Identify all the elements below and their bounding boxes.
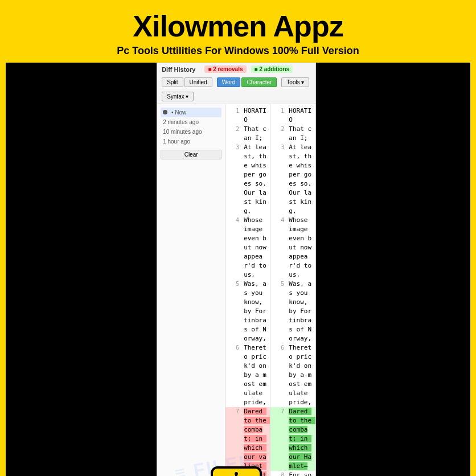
line-content: Was, as you know, by Fortinbras of Norwa… [289, 280, 313, 343]
right-diff-panel: 1HORATIO2That can I;3At least, the whisp… [270, 104, 315, 476]
table-row: 7Dared to the combat; in which our valia… [225, 407, 270, 476]
unified-button[interactable]: Unified [184, 77, 212, 87]
table-row: 3At least, the whisper goes so. Our last… [225, 143, 270, 216]
line-number: 8 [273, 471, 284, 476]
best-promo-badge: BEST PROMO [6, 63, 157, 476]
diff-container: • Now 2 minutes ago 10 minutes ago 1 hou… [157, 104, 315, 476]
line-number: 1 [228, 106, 239, 125]
line-content: HORATIO [289, 106, 313, 125]
line-content: At least, the whisper goes so. Our last … [244, 143, 268, 216]
line-number: 7 [228, 407, 239, 476]
line-content: That can I; [244, 125, 268, 143]
table-row: 2That can I; [225, 125, 270, 143]
history-item-1-text: 2 minutes ago [163, 119, 199, 125]
table-row: 1HORATIO [225, 106, 270, 125]
app-title: Xilowmen Appz [11, 10, 465, 43]
split-button[interactable]: Split [162, 77, 183, 87]
line-number: 6 [228, 343, 239, 407]
line-number: 4 [228, 216, 239, 280]
history-now[interactable]: • Now [161, 108, 221, 117]
middle-row: BEST PROMO ≡ FILEH XILOWMEN Diff History… [0, 63, 476, 476]
best-seller-badge: BEST SELLER [316, 63, 470, 476]
line-number: 3 [273, 143, 284, 216]
removal-count: 2 removals [213, 66, 243, 72]
word-button[interactable]: Word [217, 77, 241, 87]
table-row: 5Was, as you know, by Fortinbras of Norw… [225, 280, 270, 343]
syntax-button[interactable]: Syntax ▾ [162, 92, 194, 101]
character-button[interactable]: Character [241, 77, 277, 87]
header: Xilowmen Appz Pc Tools Uttilities For Wi… [0, 0, 476, 63]
line-content: Was, as you know, by Fortinbras of Norwa… [244, 280, 268, 343]
table-row: 7Dared to the combat; in which our Hamle… [270, 407, 315, 471]
diff-history-title: Diff History [162, 66, 195, 73]
table-row: 5Was, as you know, by Fortinbras of Norw… [270, 280, 315, 343]
diff-mode-buttons: Word Character [217, 77, 277, 87]
middle-section: BEST PROMO ≡ FILEH XILOWMEN Diff History… [0, 63, 476, 476]
clear-button[interactable]: Clear [161, 150, 221, 159]
diff-toolbar: Diff History ■ 2 removals ■ 2 additions … [157, 63, 315, 104]
line-content: Thereto prick'd on by a most emulate pri… [289, 343, 313, 407]
history-dot [163, 110, 167, 114]
line-content: For so this side of our known world este… [289, 471, 313, 476]
history-item-2-text: 10 minutes ago [163, 129, 202, 135]
addition-badge: ■ 2 additions [251, 65, 293, 73]
table-row: 2That can I; [270, 125, 315, 143]
line-number: 2 [273, 125, 284, 143]
table-row: 6Thereto prick'd on by a most emulate pr… [225, 343, 270, 407]
line-number: 6 [273, 343, 284, 407]
line-number: 5 [228, 280, 239, 343]
history-item-3[interactable]: 1 hour ago [161, 137, 221, 146]
line-content: Thereto prick'd on by a most emulate pri… [244, 343, 268, 407]
header-subtitle: Pc Tools Uttilities For Windows 100% Ful… [11, 45, 465, 57]
history-item-3-text: 1 hour ago [163, 138, 190, 145]
line-number: 1 [273, 106, 284, 125]
table-row: 8For so this side of our known world est… [270, 471, 315, 476]
line-number: 2 [228, 125, 239, 143]
table-row: 6Thereto prick'd on by a most emulate pr… [270, 343, 315, 407]
history-item-1[interactable]: 2 minutes ago [161, 117, 221, 127]
line-content: Whose image even but now appear'd to us, [244, 216, 268, 280]
line-content: Dared to the combat; in which our Hamlet… [289, 407, 313, 471]
line-content: That can I; [289, 125, 313, 143]
table-row: 4Whose image even but now appear'd to us… [270, 216, 315, 280]
line-content: At least, the whisper goes so. Our last … [289, 143, 313, 216]
tools-button[interactable]: Tools ▾ [281, 77, 309, 87]
line-content: Whose image even but now appear'd to us, [289, 216, 313, 280]
line-number: 5 [273, 280, 284, 343]
table-row: 4Whose image even but now appear'd to us… [225, 216, 270, 280]
line-number: 3 [228, 143, 239, 216]
removal-badge: ■ 2 removals [204, 65, 246, 73]
line-content: HORATIO [244, 106, 268, 125]
line-number: 4 [273, 216, 284, 280]
line-number: 7 [273, 407, 284, 471]
left-diff-panel: 1HORATIO2That can I;3At least, the whisp… [225, 104, 270, 476]
diff-history-panel: • Now 2 minutes ago 10 minutes ago 1 hou… [157, 104, 225, 476]
view-buttons: Split Unified [162, 77, 212, 87]
app-screenshot: ≡ FILEH XILOWMEN Diff History ■ 2 remova… [157, 63, 315, 476]
history-item-2[interactable]: 10 minutes ago [161, 127, 221, 137]
table-row: 1HORATIO [270, 106, 315, 125]
history-now-label: • Now [171, 109, 186, 116]
table-row: 3At least, the whisper goes so. Our last… [270, 143, 315, 216]
addition-count: 2 additions [259, 66, 289, 72]
line-content: Dared to the combat; in which our valian… [244, 407, 268, 476]
